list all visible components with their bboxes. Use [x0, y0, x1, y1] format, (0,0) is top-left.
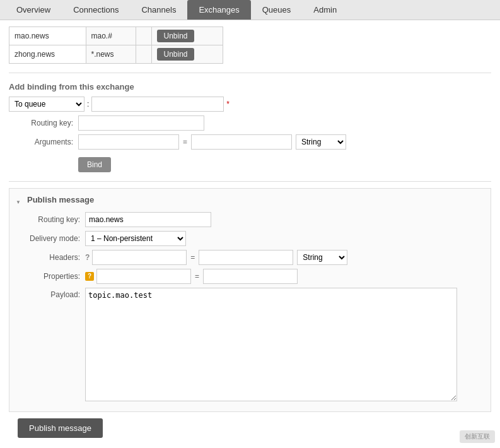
publish-routing-key-label: Routing key: [16, 215, 85, 224]
routing-key-row: Routing key: [9, 115, 491, 131]
arguments-row: Arguments: = String [9, 134, 491, 150]
properties-row: Properties: ? = [16, 269, 484, 284]
empty-cell [136, 27, 152, 45]
bind-btn-row: Bind [9, 153, 491, 172]
to-queue-select[interactable]: To queue To exchange [9, 97, 84, 112]
publish-title: Publish message [27, 195, 94, 204]
unbind-cell: Unbind [152, 27, 223, 45]
headers-label: Headers: [16, 253, 85, 262]
routing-key-label: Routing key: [9, 119, 78, 127]
tab-queues[interactable]: Queues [251, 0, 303, 20]
publish-message-button[interactable]: Publish message [18, 418, 103, 438]
payload-row: Payload: topic.mao.test [16, 288, 484, 401]
table-row: mao.news mao.# Unbind [9, 27, 223, 45]
collapse-icon [16, 196, 23, 204]
equals-sign: = [183, 138, 187, 146]
bind-button[interactable]: Bind [78, 157, 111, 172]
required-star: * [226, 100, 230, 109]
table-row: zhong.news *.news Unbind [9, 45, 223, 64]
queue-name-cell: zhong.news [9, 45, 86, 64]
headers-key-input[interactable] [92, 250, 187, 265]
queue-name-cell: mao.news [9, 27, 86, 45]
publish-routing-key-input[interactable] [85, 212, 211, 227]
properties-help-icon[interactable]: ? [85, 272, 94, 281]
payload-textarea[interactable]: topic.mao.test [85, 288, 457, 401]
to-queue-row: To queue To exchange : * [9, 97, 491, 112]
pattern-cell: *.news [86, 45, 136, 64]
add-binding-header: Add binding from this exchange [9, 82, 491, 91]
publish-section: Publish message Routing key: Delivery mo… [9, 188, 491, 412]
payload-label: Payload: [16, 288, 85, 299]
nav-tabs: Overview Connections Channels Exchanges … [0, 0, 500, 20]
bindings-table: mao.news mao.# Unbind zhong.news *.news … [9, 27, 223, 64]
publish-form: Routing key: Delivery mode: 1 – Non-pers… [9, 209, 491, 411]
unbind-button[interactable]: Unbind [157, 30, 194, 42]
headers-value-input[interactable] [199, 250, 293, 265]
delivery-mode-row: Delivery mode: 1 – Non-persistent 2 – Pe… [16, 231, 484, 246]
tab-exchanges[interactable]: Exchanges [187, 0, 250, 20]
divider-2 [9, 181, 491, 182]
watermark: 创新互联 [460, 430, 495, 443]
add-binding-title: Add binding from this exchange [9, 82, 134, 91]
tab-overview[interactable]: Overview [5, 0, 62, 20]
tab-connections[interactable]: Connections [62, 0, 130, 20]
headers-equals: = [190, 253, 195, 262]
publish-routing-key-row: Routing key: [16, 212, 484, 227]
properties-label: Properties: [16, 272, 85, 281]
unbind-button-2[interactable]: Unbind [157, 48, 194, 61]
divider [9, 73, 491, 73]
properties-key-input[interactable] [96, 269, 191, 284]
publish-header[interactable]: Publish message [9, 195, 491, 209]
main-content: mao.news mao.# Unbind zhong.news *.news … [0, 20, 500, 448]
properties-value-input[interactable] [203, 269, 298, 284]
queue-name-input[interactable] [91, 97, 224, 112]
empty-cell [136, 45, 152, 64]
headers-row: Headers: ? = String [16, 250, 484, 265]
arguments-value-input[interactable] [191, 134, 292, 150]
delivery-mode-label: Delivery mode: [16, 234, 85, 243]
headers-type-select[interactable]: String [297, 250, 347, 265]
routing-key-input[interactable] [78, 115, 204, 131]
delivery-mode-select[interactable]: 1 – Non-persistent 2 – Persistent [85, 231, 186, 246]
properties-equals: = [195, 272, 199, 281]
tab-channels[interactable]: Channels [130, 0, 187, 20]
unbind-cell: Unbind [152, 45, 223, 64]
arguments-key-input[interactable] [78, 134, 179, 150]
pattern-cell: mao.# [86, 27, 136, 45]
tab-admin[interactable]: Admin [302, 0, 348, 20]
arguments-label: Arguments: [9, 138, 78, 146]
headers-help-icon[interactable]: ? [85, 253, 90, 262]
colon-sep: : [87, 100, 89, 109]
arguments-type-select[interactable]: String [296, 134, 346, 150]
